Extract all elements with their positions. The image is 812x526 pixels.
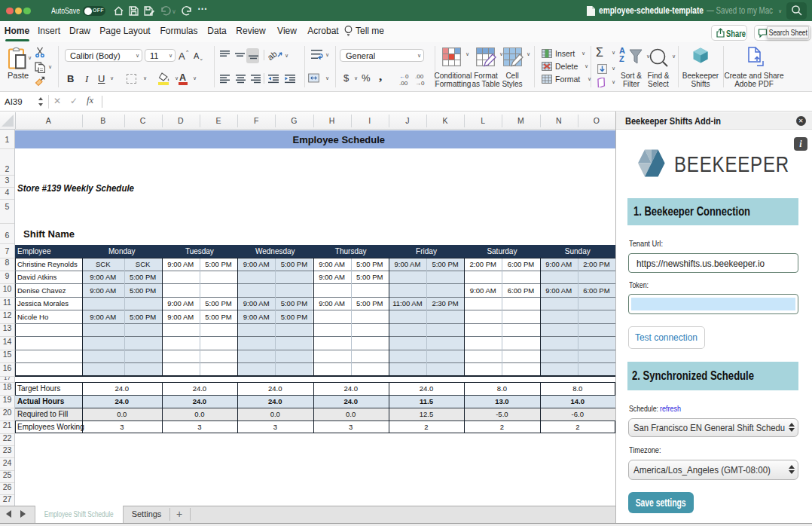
- svg-text:ab: ab: [268, 49, 279, 61]
